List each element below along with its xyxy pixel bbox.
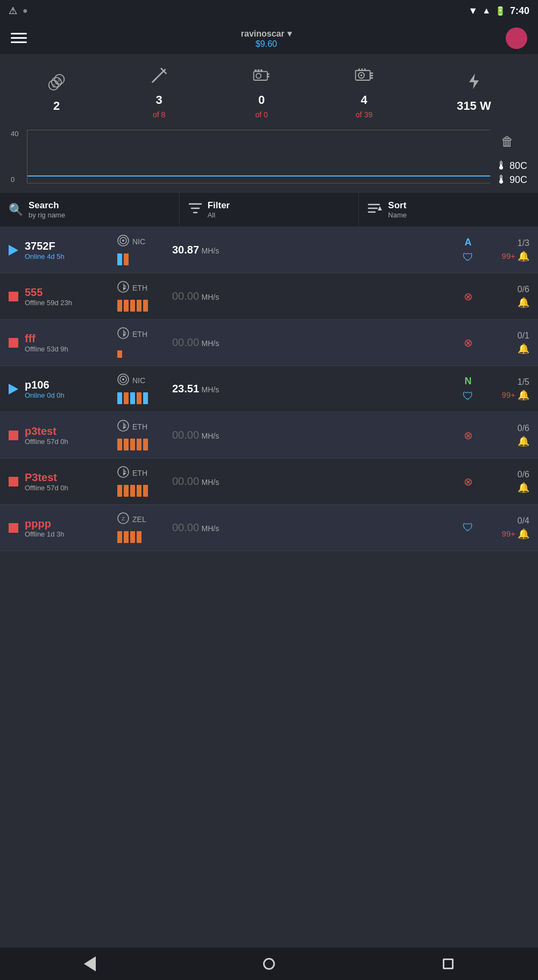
rig-name-col: p3testOffline 57d 0h: [25, 425, 111, 446]
search-control[interactable]: 🔍 Search by rig name: [0, 193, 180, 227]
temp-display: 🌡 80C 🌡 90C: [495, 159, 527, 187]
rig-alerts-col: 🛡: [456, 521, 480, 534]
rig-status: Offline 57d 0h: [25, 484, 111, 492]
gpus-off-value: 0: [258, 93, 265, 107]
rig-row[interactable]: 3752FOnline 4d 5hNIC30.87 MH/sA🛡1/399+🔔: [0, 227, 538, 273]
bar: [143, 392, 148, 404]
nav-home-button[interactable]: [257, 952, 281, 976]
rig-row[interactable]: ppppOffline 1d 3hZZEL00.00 MH/s🛡0/499+🔔: [0, 505, 538, 551]
record-button[interactable]: [506, 27, 527, 49]
bell-icon: 🔔: [518, 343, 529, 355]
gpu-on-icon: [355, 66, 374, 90]
gpus-on-sub: of 39: [356, 110, 372, 119]
svg-point-32: [122, 239, 124, 242]
rig-name-col: 555Offline 59d 23h: [25, 286, 111, 307]
bar: [130, 531, 135, 543]
rig-coin-col: ETH: [117, 327, 166, 358]
bar: [130, 485, 135, 497]
thermometer-crit-icon: 🌡: [495, 173, 507, 187]
svg-text:₿: ₿: [58, 77, 61, 82]
rig-row[interactable]: p3testOffline 57d 0hETH00.00 MH/s⊗0/6🔔: [0, 412, 538, 459]
sort-control[interactable]: Sort Name: [359, 193, 538, 227]
rig-alerts-col: N🛡: [456, 376, 480, 403]
coin-label: ETH: [132, 469, 147, 477]
rig-hashrate: 00.00: [172, 336, 199, 348]
power-icon: [464, 72, 484, 96]
bar: [137, 300, 141, 312]
svg-line-8: [152, 78, 156, 82]
warning-icon: ⚠: [9, 5, 17, 17]
nav-back-button[interactable]: [78, 952, 102, 976]
delete-button[interactable]: 🗑: [495, 130, 519, 153]
svg-marker-38: [123, 334, 126, 337]
rig-row[interactable]: P3testOffline 57d 0hETH00.00 MH/s⊗0/6🔔: [0, 459, 538, 505]
rig-hashrate: 00.00: [172, 429, 199, 441]
stat-power: 315 W: [457, 72, 491, 113]
bar: [143, 439, 148, 450]
rig-hashrate-col: 30.87 MH/s: [172, 244, 450, 256]
svg-rect-12: [258, 69, 260, 72]
rig-bars: [117, 438, 148, 450]
bar: [117, 531, 122, 543]
bar: [117, 350, 122, 358]
rig-hashrate: 23.51: [172, 383, 199, 394]
svg-rect-21: [364, 68, 366, 70]
chart-y-top: 40: [11, 130, 18, 138]
rig-row[interactable]: fffOffline 53d 9hETH00.00 MH/s⊗0/1🔔: [0, 320, 538, 366]
controls-bar: 🔍 Search by rig name Filter All Sort: [0, 192, 538, 227]
count-badge: 99+: [502, 390, 515, 399]
rig-alerts-col: ⊗: [456, 290, 480, 303]
rig-coin: ETH: [117, 327, 147, 341]
rig-status: Online 4d 5h: [25, 252, 111, 260]
coin-icon: [117, 235, 129, 248]
rig-alerts-col: ⊗: [456, 475, 480, 488]
bell-icon: 🔔: [518, 250, 529, 262]
rig-status-icon: [9, 523, 18, 533]
bell-icon: 🔔: [518, 435, 529, 447]
rig-count: 1/3: [518, 238, 529, 248]
shield-icon: 🛡: [463, 521, 473, 534]
rig-bell-row: 🔔: [518, 482, 529, 493]
error-icon: ⊗: [464, 475, 473, 488]
rig-status-icon: [9, 245, 18, 256]
hashrate-unit: MH/s: [202, 339, 220, 348]
rig-name-col: p106Online 0d 0h: [25, 379, 111, 399]
hashrate-unit: MH/s: [202, 432, 220, 440]
bar: [124, 485, 129, 497]
recent-icon: [443, 958, 454, 969]
filter-control[interactable]: Filter All: [180, 193, 359, 227]
nav-recent-button[interactable]: [436, 952, 460, 976]
home-icon: [263, 958, 275, 970]
hashrate-unit: MH/s: [202, 385, 220, 394]
rig-row[interactable]: 555Offline 59d 23hETH00.00 MH/s⊗0/6🔔: [0, 273, 538, 320]
svg-point-41: [122, 378, 124, 380]
gpus-off-sub: of 0: [255, 110, 267, 119]
bar: [124, 392, 129, 404]
svg-point-18: [360, 74, 362, 76]
back-icon: [84, 956, 96, 971]
hamburger-menu[interactable]: [11, 33, 27, 43]
rig-bars: [117, 484, 148, 497]
rig-name: 555: [25, 286, 111, 299]
rig-coin: ETH: [117, 466, 147, 480]
rig-status: Offline 59d 23h: [25, 299, 111, 307]
svg-marker-25: [469, 74, 479, 89]
rig-status-icon: [9, 431, 18, 440]
rig-status-icon: [9, 338, 18, 348]
rig-row[interactable]: p106Online 0d 0hNIC23.51 MH/sN🛡1/599+🔔: [0, 366, 538, 412]
filter-label: Filter: [208, 200, 230, 211]
username[interactable]: ravinoscar ▾: [241, 27, 292, 39]
bar: [143, 485, 148, 497]
error-icon: ⊗: [464, 336, 473, 349]
rig-count-col: 1/599+🔔: [486, 377, 529, 401]
signal-icon: ▲: [482, 6, 491, 16]
gpus-on-value: 4: [361, 93, 367, 107]
pickaxe-icon: [150, 66, 169, 90]
chart-area: 40 0 🗑 🌡 80C 🌡 90C: [0, 124, 538, 192]
rig-name: fff: [25, 333, 111, 345]
rig-name: pppp: [25, 518, 111, 530]
alert-letter: A: [465, 237, 472, 248]
rig-coin: NIC: [117, 373, 145, 387]
rig-name-col: ppppOffline 1d 3h: [25, 518, 111, 538]
svg-rect-13: [260, 69, 263, 72]
